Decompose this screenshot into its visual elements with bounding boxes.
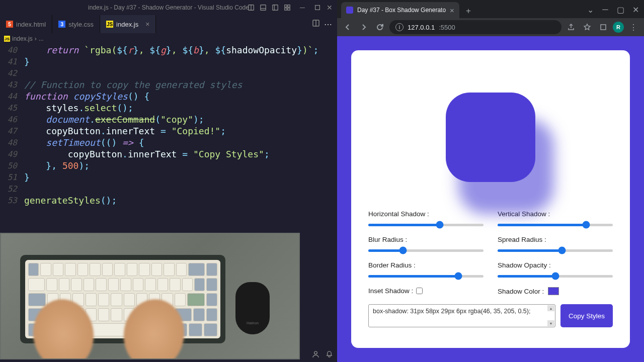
browser-tab-title: Day #37 - Box Shadow Generato: [357, 7, 446, 14]
label-inset: Inset Shadow :: [368, 287, 413, 295]
code-line[interactable]: 45 styles.select();: [0, 102, 337, 114]
tab-close-icon[interactable]: ×: [450, 6, 454, 15]
textarea-scroll[interactable]: ▴▾: [547, 305, 554, 326]
vscode-titlebar: index.js - Day #37 - Shadow Generator - …: [0, 0, 337, 15]
minimize-icon[interactable]: ─: [295, 3, 310, 12]
output-row: box-shadow: 31px 58px 29px 6px rgba(46, …: [368, 304, 613, 327]
code-line[interactable]: 40 return `rgba(${r}, ${g}, ${b}, ${shad…: [0, 44, 337, 56]
preview-zone: [368, 64, 613, 210]
slider-border[interactable]: [368, 272, 484, 280]
maximize-icon[interactable]: ▢: [615, 4, 626, 15]
label-border: Border Radius :: [368, 261, 484, 269]
site-info-icon[interactable]: i: [395, 23, 404, 31]
control-border: Border Radius :: [368, 261, 484, 280]
more-icon[interactable]: ⋯: [324, 20, 332, 29]
maximize-icon[interactable]: [313, 3, 322, 12]
svg-rect-9: [288, 8, 290, 10]
slider-spread[interactable]: [498, 246, 613, 254]
browser-window: Day #37 - Box Shadow Generato × + ⌄ ─ ▢ …: [337, 0, 644, 362]
control-opacity: Shadow Opacity :: [498, 261, 613, 280]
svg-rect-4: [273, 5, 278, 11]
controls-grid: Horizontal Shadow : Vertical Shadow : Bl…: [368, 210, 613, 295]
back-button[interactable]: [341, 21, 354, 34]
address-bar[interactable]: i 127.0.0.1:5500: [389, 20, 561, 34]
tab-style-css[interactable]: 3 style.css: [52, 15, 100, 33]
svg-rect-14: [601, 25, 606, 30]
code-line[interactable]: 49 copyButton.innerText = "Copy Styles";: [0, 148, 337, 160]
favicon: [346, 7, 353, 14]
panel-icon[interactable]: [259, 3, 268, 12]
share-icon[interactable]: [565, 21, 578, 34]
close-icon[interactable]: ✕: [325, 3, 334, 12]
code-line[interactable]: 52: [0, 183, 337, 195]
code-line[interactable]: 51}: [0, 171, 337, 183]
browser-tab[interactable]: Day #37 - Box Shadow Generato ×: [341, 2, 459, 18]
generator-card: Horizontal Shadow : Vertical Shadow : Bl…: [351, 50, 630, 348]
browser-window-controls: ⌄ ─ ▢ ✕: [585, 4, 641, 15]
code-line[interactable]: 46 document.execCommand("copy");: [0, 114, 337, 125]
code-line[interactable]: 47 copyButton.innerText = "Copied!";: [0, 125, 337, 137]
window-controls: ─ ✕: [247, 3, 334, 12]
mouse: Hatron: [235, 282, 270, 334]
code-line[interactable]: 42: [0, 67, 337, 79]
tab-index-js[interactable]: JS index.js ×: [100, 15, 156, 33]
code-line[interactable]: 53generateStyles();: [0, 195, 337, 206]
extensions-icon[interactable]: [597, 21, 610, 34]
page-content: Horizontal Shadow : Vertical Shadow : Bl…: [337, 36, 644, 362]
account-icon[interactable]: [312, 350, 319, 360]
tab-label: style.css: [68, 21, 94, 28]
code-line[interactable]: 43// Function to copy the generated styl…: [0, 79, 337, 90]
tab-close-icon[interactable]: ×: [145, 20, 149, 28]
slider-horizontal[interactable]: [368, 221, 484, 229]
code-line[interactable]: 44function copyStyles() {: [0, 90, 337, 102]
customize-icon[interactable]: [283, 3, 292, 12]
bell-icon[interactable]: [326, 350, 333, 360]
close-icon[interactable]: ✕: [630, 4, 641, 15]
copy-button[interactable]: Copy Styles: [560, 304, 613, 327]
svg-rect-2: [261, 5, 266, 11]
browser-tabstrip: Day #37 - Box Shadow Generato × + ⌄ ─ ▢ …: [337, 0, 644, 18]
split-icon[interactable]: [312, 19, 320, 29]
address-port: :5500: [439, 24, 455, 31]
menu-icon[interactable]: ⋮: [627, 21, 640, 34]
code-line[interactable]: 41}: [0, 56, 337, 67]
slider-blur[interactable]: [368, 246, 484, 254]
breadcrumb-sep: ›: [35, 35, 37, 42]
forward-button[interactable]: [357, 21, 370, 34]
checkbox-inset[interactable]: [416, 288, 423, 294]
webcam-overlay: Hatron: [0, 233, 300, 359]
sidebar-icon[interactable]: [271, 3, 280, 12]
js-icon: JS: [4, 36, 10, 42]
new-tab-button[interactable]: +: [461, 4, 475, 18]
tab-index-html[interactable]: 5 index.html: [0, 15, 52, 33]
desk-surface: Hatron: [1, 234, 299, 358]
profile-avatar[interactable]: R: [613, 22, 624, 33]
control-vertical: Vertical Shadow :: [498, 210, 613, 229]
statusbar: [312, 350, 333, 360]
bookmark-icon[interactable]: [581, 21, 594, 34]
output-text: box-shadow: 31px 58px 29px 6px rgba(46, …: [373, 308, 530, 315]
css-icon: 3: [58, 21, 65, 28]
mouse-brand: Hatron: [247, 321, 259, 325]
breadcrumb[interactable]: JS index.js › ...: [0, 33, 337, 44]
code-line[interactable]: 50 }, 500);: [0, 160, 337, 171]
layout-icon[interactable]: [247, 3, 256, 12]
vscode-tabbar: 5 index.html 3 style.css JS index.js × ⋯: [0, 15, 337, 33]
control-spread: Spread Radius :: [498, 236, 613, 254]
reload-button[interactable]: [373, 21, 386, 34]
label-vertical: Vertical Shadow :: [498, 210, 613, 218]
control-inset: Inset Shadow :: [368, 287, 484, 295]
color-swatch[interactable]: [548, 287, 559, 295]
code-editor[interactable]: 40 return `rgba(${r}, ${g}, ${b}, ${shad…: [0, 44, 337, 206]
editor-actions: ⋯: [312, 15, 337, 33]
output-textarea[interactable]: box-shadow: 31px 58px 29px 6px rgba(46, …: [368, 304, 555, 327]
svg-rect-8: [285, 8, 287, 10]
slider-opacity[interactable]: [498, 272, 613, 280]
code-line[interactable]: 48 setTimeout(() => {: [0, 137, 337, 148]
slider-vertical[interactable]: [498, 221, 613, 229]
toolbar-right: R ⋮: [565, 21, 640, 34]
minimize-icon[interactable]: ─: [600, 4, 611, 15]
control-horizontal: Horizontal Shadow :: [368, 210, 484, 229]
chevron-down-icon[interactable]: ⌄: [585, 4, 596, 15]
address-host: 127.0.0.1: [408, 24, 435, 31]
